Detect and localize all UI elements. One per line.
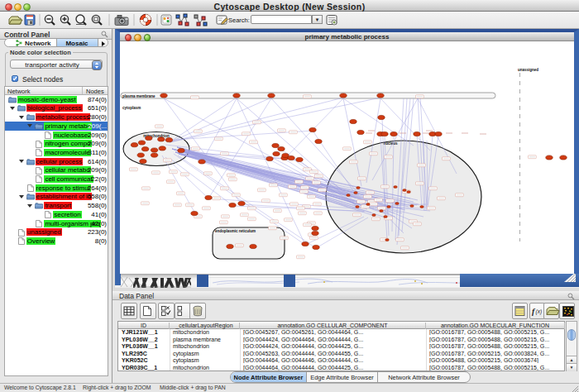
svg-text:unassigned: unassigned bbox=[518, 68, 538, 72]
svg-text:plasma membrane: plasma membrane bbox=[122, 94, 156, 98]
svg-text:cytoplasm: cytoplasm bbox=[122, 106, 141, 110]
svg-text:endoplasmic reticulum: endoplasmic reticulum bbox=[215, 229, 256, 233]
svg-text:nucleus: nucleus bbox=[383, 141, 398, 146]
svg-text:(x): (x) bbox=[536, 308, 543, 315]
